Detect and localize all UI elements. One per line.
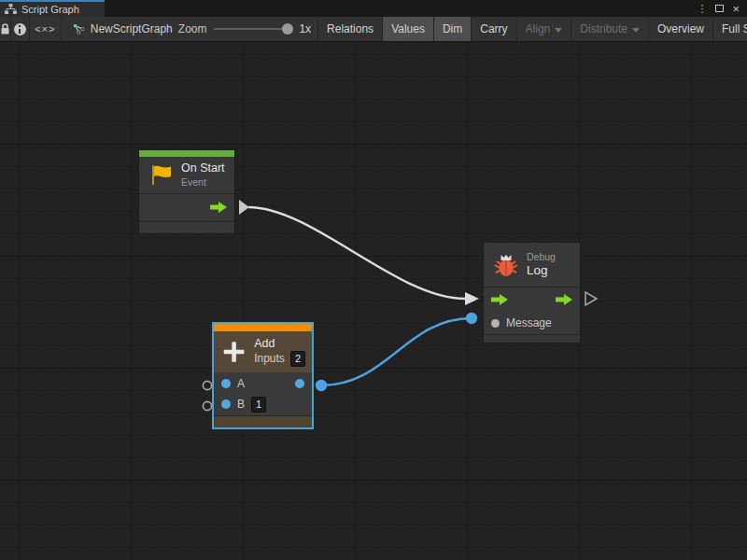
carry-label: Carry (480, 22, 507, 35)
node-footer (139, 222, 234, 233)
edge-endpoint-dot[interactable] (466, 313, 477, 324)
overview-label: Overview (657, 22, 704, 35)
node-footer (214, 416, 312, 427)
values-button[interactable]: Values (383, 17, 434, 41)
node-body: Message (484, 287, 580, 334)
zoom-label: Zoom (178, 22, 207, 35)
onstart-trigger-output-port[interactable] (239, 200, 249, 215)
window-menu-icon[interactable]: ⋮ (697, 4, 707, 14)
trigger-input-arrow-icon[interactable] (491, 294, 508, 305)
code-view-button[interactable]: <×> (30, 17, 63, 41)
input-b-label: B (237, 398, 245, 411)
plus-icon (221, 338, 247, 366)
zoom-slider-track (214, 28, 284, 30)
code-icon: <×> (35, 23, 55, 35)
flag-icon (148, 162, 174, 188)
node-accent-strip (139, 150, 234, 157)
trigger-ports-row (484, 287, 580, 312)
close-icon[interactable]: × (732, 3, 740, 15)
relations-label: Relations (327, 22, 374, 35)
port-row-b: B 1 (214, 394, 312, 414)
relations-button[interactable]: Relations (318, 17, 383, 41)
node-on-start[interactable]: On Start Event (138, 149, 235, 234)
inputs-label: Inputs (254, 352, 285, 366)
bug-icon (493, 253, 519, 277)
values-label: Values (391, 22, 425, 35)
align-dropdown[interactable]: Align (517, 17, 572, 41)
graph-hierarchy-icon (5, 4, 17, 15)
info-icon (14, 23, 26, 35)
zoom-slider-handle[interactable] (282, 23, 293, 35)
fullscreen-label: Full S (722, 22, 747, 35)
tab-title: Script Graph (21, 4, 79, 15)
window-controls: ⋮ × (697, 0, 747, 17)
graph-name[interactable]: NewScriptGraph (91, 22, 173, 35)
message-input-port[interactable] (491, 319, 500, 328)
message-port-label: Message (506, 316, 552, 329)
align-label: Align (526, 22, 551, 35)
graph-name-zoom-group: NewScriptGraph Zoom 1x (62, 17, 318, 41)
zoom-slider[interactable] (212, 17, 293, 41)
trigger-output-arrow-icon[interactable] (210, 202, 227, 213)
node-header[interactable]: On Start Event (139, 157, 234, 193)
edge-add-to-message[interactable] (321, 318, 472, 385)
node-subtitle: Debug (527, 251, 556, 263)
maximize-icon[interactable] (715, 5, 724, 12)
node-body: A B 1 (214, 372, 312, 415)
node-add[interactable]: Add Inputs 2 A B 1 (212, 322, 314, 429)
lock-button[interactable] (0, 17, 11, 41)
zoom-value: 1x (299, 22, 311, 35)
add-input-a-socket[interactable] (203, 381, 211, 389)
node-body (139, 194, 234, 221)
input-a-label: A (237, 377, 245, 390)
edge-layer (0, 42, 747, 560)
fullscreen-button[interactable]: Full S (713, 17, 747, 41)
add-input-b-socket[interactable] (203, 401, 211, 410)
input-a-port[interactable] (221, 379, 231, 388)
node-title: On Start (181, 161, 225, 176)
title-bar: Script Graph ⋮ × (0, 0, 747, 17)
script-graph-asset-icon (73, 23, 85, 35)
overview-button[interactable]: Overview (649, 17, 713, 41)
chevron-down-icon (555, 28, 562, 33)
carry-button[interactable]: Carry (472, 17, 516, 41)
distribute-dropdown[interactable]: Distribute (571, 17, 649, 41)
node-subtitle: Event (181, 176, 225, 189)
inputs-count-field[interactable]: 2 (290, 351, 305, 367)
edge-endpoint-dot[interactable] (316, 380, 327, 391)
tab-script-graph[interactable]: Script Graph (0, 0, 105, 17)
message-port-row: Message (484, 312, 580, 334)
chevron-down-icon (632, 28, 640, 33)
node-title: Log (527, 263, 556, 279)
port-row-a: A (214, 373, 312, 394)
trigger-output-arrow-icon[interactable] (556, 294, 572, 305)
graph-toolbar: <×> NewScriptGraph Zoom 1x Relations Val… (0, 17, 747, 42)
info-button[interactable] (11, 17, 30, 41)
edge-arrowhead-icon (465, 292, 479, 305)
node-footer (484, 335, 580, 344)
log-trigger-output-socket[interactable] (585, 292, 597, 305)
node-title: Add (254, 337, 305, 352)
node-header[interactable]: Debug Log (484, 243, 580, 287)
node-header[interactable]: Add Inputs 2 (214, 331, 312, 372)
edge-onstart-to-log[interactable] (248, 207, 465, 299)
input-b-value-field[interactable]: 1 (251, 397, 266, 413)
dim-label: Dim (443, 22, 462, 35)
input-b-port[interactable] (221, 399, 231, 409)
node-accent-strip (214, 324, 312, 331)
distribute-label: Distribute (580, 22, 627, 35)
dim-button[interactable]: Dim (434, 17, 472, 41)
result-output-port[interactable] (295, 379, 304, 388)
graph-canvas[interactable]: On Start Event Debug Log (0, 42, 747, 560)
lock-icon (0, 23, 10, 35)
node-debug-log[interactable]: Debug Log Message (483, 242, 581, 343)
